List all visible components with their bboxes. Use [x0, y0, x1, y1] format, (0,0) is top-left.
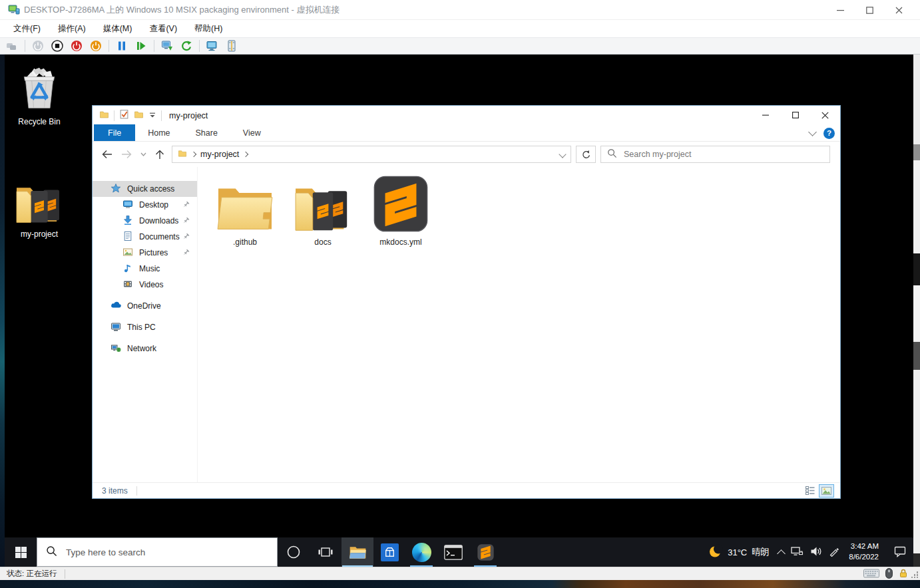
tray-overflow-icon[interactable]: [777, 549, 786, 558]
clock[interactable]: 3:42 AM 8/6/2022: [849, 541, 879, 562]
document-icon: [122, 231, 133, 243]
action-center-icon[interactable]: [893, 545, 907, 559]
qat-properties-icon[interactable]: [119, 109, 129, 122]
back-button[interactable]: [100, 146, 115, 162]
address-folder-icon: [178, 149, 187, 160]
recent-locations-icon[interactable]: [138, 146, 148, 162]
file-list: .github: [198, 167, 840, 482]
address-bar[interactable]: my-project: [172, 146, 571, 163]
sidebar-item-downloads[interactable]: Downloads: [93, 213, 197, 229]
taskbar-search-input[interactable]: [65, 547, 277, 558]
file-item-docs[interactable]: docs: [291, 176, 355, 247]
ctrl-alt-del-icon[interactable]: [5, 39, 19, 53]
taskbar-file-explorer-button[interactable]: [342, 537, 373, 567]
desktop-icon-recycle-bin[interactable]: Recycle Bin: [10, 63, 69, 126]
sidebar-item-onedrive[interactable]: OneDrive: [93, 298, 197, 314]
cortana-button[interactable]: [278, 537, 310, 567]
sidebar-item-this-pc[interactable]: This PC: [93, 319, 197, 335]
shut-down-icon[interactable]: [70, 39, 83, 53]
sidebar-item-quick-access[interactable]: Quick access: [93, 181, 197, 197]
project-folder-icon: [10, 175, 69, 227]
taskbar-search-box[interactable]: [37, 537, 278, 567]
vm-minimize-button[interactable]: [825, 0, 855, 20]
monitor-icon: [111, 321, 121, 334]
network-tray-icon[interactable]: [791, 546, 804, 559]
project-folder-label: my-project: [10, 229, 69, 239]
download-arrow-icon: [122, 215, 133, 227]
sidebar-item-music[interactable]: Music: [93, 261, 197, 277]
windows-ink-icon[interactable]: [829, 546, 839, 559]
help-icon[interactable]: ?: [823, 128, 835, 139]
large-icons-view-button[interactable]: [819, 484, 834, 498]
tab-home[interactable]: Home: [135, 124, 182, 141]
taskbar-sublime-button[interactable]: [469, 537, 501, 567]
search-icon: [607, 148, 617, 161]
forward-button[interactable]: [119, 146, 134, 162]
save-state-icon[interactable]: [89, 39, 103, 53]
explorer-titlebar: my-project: [93, 106, 840, 124]
pause-icon[interactable]: [115, 39, 128, 53]
onedrive-cloud-icon: [111, 300, 121, 313]
refresh-button[interactable]: [576, 146, 596, 163]
host-desktop-bottom-edge: [0, 580, 920, 588]
explorer-search-box[interactable]: [600, 146, 830, 163]
file-name: .github: [233, 237, 257, 247]
menu-action[interactable]: 操作(A): [58, 23, 86, 35]
vm-close-button[interactable]: [884, 0, 913, 20]
music-note-icon: [122, 263, 133, 275]
tab-file[interactable]: File: [94, 124, 135, 141]
menu-help[interactable]: 帮助(H): [194, 23, 222, 35]
revert-icon[interactable]: [180, 39, 193, 53]
explorer-folder-icon: [99, 110, 109, 122]
tab-share[interactable]: Share: [183, 124, 230, 141]
weather-widget[interactable]: 31°C 晴朗: [708, 544, 769, 561]
turn-off-icon[interactable]: [51, 39, 64, 53]
folder-icon: [214, 176, 276, 234]
sidebar-item-network[interactable]: Network: [93, 341, 197, 357]
menu-view[interactable]: 查看(V): [149, 23, 177, 35]
menu-file[interactable]: 文件(F): [13, 23, 41, 35]
address-dropdown-icon[interactable]: [559, 150, 566, 158]
enhanced-session-icon[interactable]: [206, 39, 219, 53]
taskbar-msix-tool-button[interactable]: [373, 537, 405, 567]
desktop-icon-my-project[interactable]: my-project: [10, 175, 69, 239]
details-view-button[interactable]: [802, 484, 817, 498]
breadcrumb-location[interactable]: my-project: [200, 150, 239, 159]
resize-grip[interactable]: [911, 571, 918, 578]
qat-new-folder-icon[interactable]: [134, 110, 144, 122]
file-item-github[interactable]: .github: [213, 176, 277, 247]
taskbar-edge-button[interactable]: [405, 537, 437, 567]
expand-ribbon-icon[interactable]: [808, 128, 817, 136]
mouse-status-icon: [885, 568, 893, 580]
pin-icon: [182, 233, 190, 243]
vm-maximize-button[interactable]: [855, 0, 884, 20]
host-desktop-right-edge: [913, 55, 920, 567]
qat-customize-icon[interactable]: [148, 110, 156, 122]
file-explorer-window: my-project File Home Share View ?: [92, 105, 841, 499]
step-icon[interactable]: [134, 39, 148, 53]
taskbar-cmd-button[interactable]: [437, 537, 469, 567]
checkpoint-icon[interactable]: [160, 39, 174, 53]
vm-statusbar: 状态: 正在运行: [0, 567, 920, 580]
sidebar-item-documents[interactable]: Documents: [93, 229, 197, 245]
moon-icon: [708, 544, 723, 561]
up-button[interactable]: [152, 146, 167, 162]
explorer-search-input[interactable]: [622, 149, 823, 160]
volume-icon[interactable]: [810, 546, 822, 559]
file-item-mkdocs[interactable]: mkdocs.yml: [369, 176, 433, 247]
address-bar-row: my-project: [93, 142, 840, 167]
task-view-button[interactable]: [310, 537, 342, 567]
vm-window-title: DESKTOP-J7286MA 上的 Windows 10 MSIX packa…: [24, 0, 340, 20]
start-button[interactable]: [5, 537, 37, 567]
explorer-minimize-button[interactable]: [750, 106, 780, 124]
power-icon[interactable]: [31, 39, 45, 53]
menu-media[interactable]: 媒体(M): [103, 23, 132, 35]
integration-services-icon[interactable]: [225, 39, 238, 53]
sidebar-item-pictures[interactable]: Pictures: [93, 245, 197, 261]
taskbar: 31°C 晴朗 3:42 AM 8/6/2022: [5, 537, 913, 567]
explorer-close-button[interactable]: [810, 106, 840, 124]
sidebar-item-desktop[interactable]: Desktop: [93, 197, 197, 213]
tab-view[interactable]: View: [230, 124, 274, 141]
explorer-maximize-button[interactable]: [780, 106, 810, 124]
sidebar-item-videos[interactable]: Videos: [93, 277, 197, 293]
